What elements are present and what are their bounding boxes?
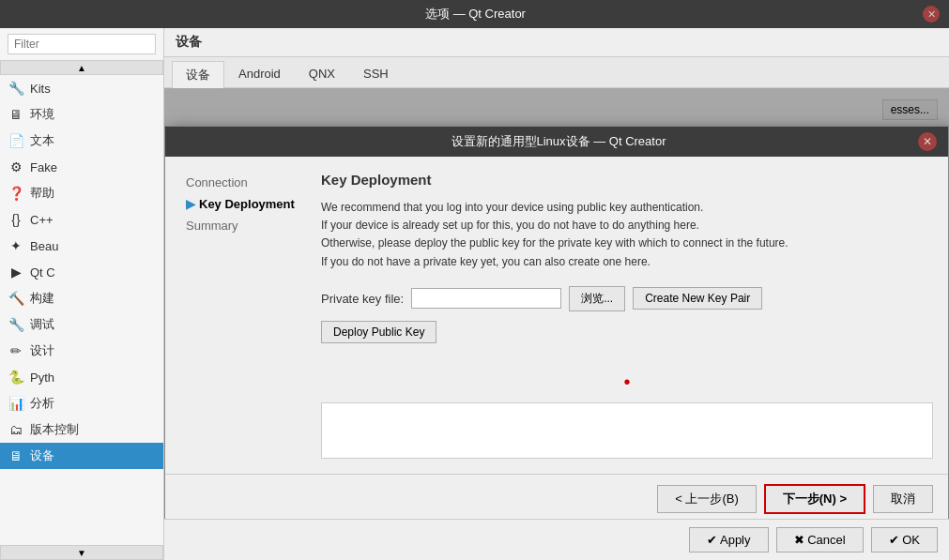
title-bar: 选项 — Qt Creator ✕	[0, 0, 949, 28]
sidebar-item-qtc[interactable]: ▶ Qt C	[0, 259, 163, 285]
tab-android[interactable]: Android	[224, 61, 295, 87]
tab-ssh[interactable]: SSH	[349, 61, 403, 87]
sidebar-item-text[interactable]: 📄 文本	[0, 128, 163, 154]
desc-line-1: We recommend that you log into your devi…	[321, 199, 933, 217]
sidebar-item-beauty[interactable]: ✦ Beau	[0, 233, 163, 259]
private-key-input[interactable]	[411, 288, 561, 309]
cpp-icon: {}	[8, 211, 24, 228]
vcs-icon: 🗂	[8, 421, 24, 438]
status-indicator: •	[321, 371, 933, 393]
qtc-icon: ▶	[8, 264, 24, 280]
deploy-public-key-button[interactable]: Deploy Public Key	[321, 321, 436, 343]
modal-footer: < 上一步(B) 下一步(N) > 取消	[165, 474, 948, 519]
desc-line-2: If your device is already set up for thi…	[321, 217, 933, 235]
desc-line-4: If you do not have a private key yet, yo…	[321, 253, 933, 271]
design-icon: ✏	[8, 342, 24, 359]
window-close-button[interactable]: ✕	[923, 6, 940, 23]
modal-close-button[interactable]: ✕	[918, 132, 937, 151]
devices-icon: 🖥	[8, 447, 24, 464]
sidebar-item-env[interactable]: 🖥 环境	[0, 101, 163, 128]
bottom-toolbar: ✔ Apply ✖ Cancel ✔ OK	[164, 519, 949, 560]
sidebar-item-analyze[interactable]: 📊 分析	[0, 390, 163, 416]
modal-dialog: 设置新的通用型Linux设备 — Qt Creator ✕ Connection	[164, 126, 949, 519]
sidebar-item-kits[interactable]: 🔧 Kits	[0, 75, 163, 101]
deploy-row: Deploy Public Key	[321, 321, 933, 343]
fake-icon: ⚙	[8, 159, 24, 175]
wizard-step-summary[interactable]: Summary	[180, 215, 302, 236]
wizard-arrow: ▶	[186, 197, 195, 211]
sidebar-item-python[interactable]: 🐍 Pyth	[0, 364, 163, 390]
beauty-icon: ✦	[8, 237, 24, 254]
text-icon: 📄	[8, 132, 24, 149]
sidebar-item-vcs[interactable]: 🗂 版本控制	[0, 416, 163, 443]
sidebar-item-design[interactable]: ✏ 设计	[0, 338, 163, 364]
desc-line-3: Otherwise, please deploy the public key …	[321, 235, 933, 252]
sidebar-item-fake[interactable]: ⚙ Fake	[0, 154, 163, 180]
sidebar-item-help[interactable]: ❓ 帮助	[0, 180, 163, 206]
debug-icon: 🔧	[8, 316, 24, 333]
wizard-step-key-deployment[interactable]: ▶ Key Deployment	[180, 193, 302, 215]
apply-button[interactable]: ✔ Apply	[689, 527, 768, 552]
wizard-step-connection[interactable]: Connection	[180, 172, 302, 193]
modal-body: Connection ▶ Key Deployment Summary	[165, 157, 948, 474]
main-window: 选项 — Qt Creator ✕ ▲ 🔧 Kits 🖥 环境 📄 文本	[0, 0, 949, 560]
prev-button[interactable]: < 上一步(B)	[657, 485, 757, 513]
wizard-description: We recommend that you log into your devi…	[321, 199, 933, 271]
main-panel: 设备 设备 Android QNX SSH esses... 设置新的通用型Li…	[164, 28, 949, 560]
cancel-button[interactable]: ✖ Cancel	[776, 527, 864, 552]
tabs-row: 设备 Android QNX SSH	[164, 57, 949, 88]
output-area	[321, 402, 933, 459]
ok-button[interactable]: ✔ OK	[871, 527, 938, 552]
tab-devices[interactable]: 设备	[172, 61, 224, 88]
sidebar-item-debug[interactable]: 🔧 调试	[0, 311, 163, 338]
wizard-content: Key Deployment We recommend that you log…	[321, 172, 933, 459]
sidebar-scroll-up[interactable]: ▲	[0, 60, 163, 75]
content-area: ▲ 🔧 Kits 🖥 环境 📄 文本 ⚙ Fake	[0, 28, 949, 560]
env-icon: 🖥	[8, 106, 24, 123]
window-title: 选项 — Qt Creator	[28, 6, 923, 23]
sidebar-scroll-down[interactable]: ▼	[0, 545, 163, 560]
next-button[interactable]: 下一步(N) >	[764, 484, 865, 514]
browse-button[interactable]: 浏览...	[569, 286, 625, 311]
section-title: 设备	[176, 34, 202, 49]
sidebar: ▲ 🔧 Kits 🖥 环境 📄 文本 ⚙ Fake	[0, 28, 164, 560]
panel-content: esses... 设置新的通用型Linux设备 — Qt Creator ✕	[164, 88, 949, 519]
analyze-icon: 📊	[8, 395, 24, 412]
help-icon: ❓	[8, 185, 24, 202]
modal-cancel-button[interactable]: 取消	[873, 485, 933, 513]
sidebar-scroll-area: 🔧 Kits 🖥 环境 📄 文本 ⚙ Fake ❓ 帮助	[0, 75, 163, 545]
filter-input[interactable]	[8, 34, 156, 54]
sidebar-item-build[interactable]: 🔨 构建	[0, 285, 163, 311]
section-header: 设备	[164, 28, 949, 57]
sidebar-item-cpp[interactable]: {} C++	[0, 206, 163, 233]
modal-title: 设置新的通用型Linux设备 — Qt Creator	[199, 133, 918, 150]
sidebar-item-devices[interactable]: 🖥 设备	[0, 443, 163, 469]
build-icon: 🔨	[8, 290, 24, 307]
wizard-nav: Connection ▶ Key Deployment Summary	[180, 172, 302, 459]
private-key-label: Private key file:	[321, 292, 404, 306]
tab-qnx[interactable]: QNX	[295, 61, 349, 87]
python-icon: 🐍	[8, 369, 24, 386]
modal-title-bar: 设置新的通用型Linux设备 — Qt Creator ✕	[165, 127, 948, 157]
kits-icon: 🔧	[8, 80, 24, 97]
create-key-pair-button[interactable]: Create New Key Pair	[633, 287, 762, 310]
wizard-section-title: Key Deployment	[321, 172, 933, 188]
private-key-row: Private key file: 浏览... Create New Key P…	[321, 286, 933, 311]
modal-overlay: 设置新的通用型Linux设备 — Qt Creator ✕ Connection	[164, 88, 949, 519]
